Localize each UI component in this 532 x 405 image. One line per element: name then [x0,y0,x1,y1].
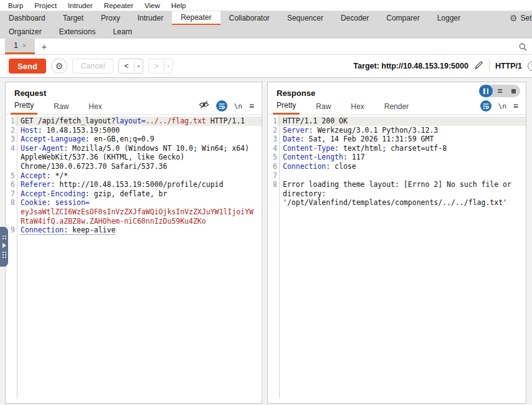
menu-item-view[interactable]: View [139,2,166,9]
request-title: Request [6,82,262,98]
code-line: '/opt/Valenfind/templates/components/../… [268,198,526,207]
add-tab-button[interactable]: + [35,39,54,54]
grip-dots [2,235,7,240]
menu-item-intruder[interactable]: Intruder [62,2,98,9]
tab-dashboard[interactable]: Dashboard [0,11,54,25]
gear-icon: ⚙ [510,14,518,22]
repeater-toolbar: Send ⚙ Cancel < ▼ > ▼ Target: http://10.… [0,55,532,78]
tab-sequencer[interactable]: Sequencer [278,11,332,25]
chevron-down-icon[interactable]: ▼ [135,64,143,69]
line-number [6,162,15,171]
line-number: 6 [268,162,277,171]
eye-hidden-icon[interactable] [199,100,209,112]
code-line: 3Accept-Language: en-GB,en;q=0.9 [6,135,262,144]
response-tab-raw[interactable]: Raw [312,100,335,114]
code-line: 8Error loading theme layout: [Errno 2] N… [268,180,526,189]
menu-item-help[interactable]: Help [166,2,192,9]
code-line: 7Accept-Encoding: gzip, deflate, br [6,189,262,199]
request-tab-raw[interactable]: Raw [50,100,72,114]
response-editor[interactable]: 1HTTP/1.1 200 OK2Server: Werkzeug/3.0.1 … [268,115,526,399]
code-line: Chrome/130.0.6723.70 Safari/537.36 [6,162,262,171]
inspector-handle[interactable] [0,227,8,267]
line-text: Chrome/130.0.6723.70 Safari/537.36 [15,162,262,171]
tab-logger[interactable]: Logger [429,11,469,25]
menu-icon[interactable]: ≡ [513,101,518,111]
divider [489,60,490,72]
line-number: 8 [268,180,277,189]
menu-item-project[interactable]: Project [29,2,62,9]
word-wrap-icon[interactable] [480,100,492,112]
search-icon[interactable] [519,42,527,54]
word-wrap-icon[interactable] [216,100,227,112]
line-text: User-Agent: Mozilla/5.0 (Windows NT 10.0… [15,144,262,153]
layout-columns-button[interactable] [479,85,493,97]
tab-extensions[interactable]: Extensions [50,25,105,39]
tab-settings[interactable]: ⚙ Settings [510,11,532,25]
tab-intruder[interactable]: Intruder [129,11,172,25]
line-text: GET /api/fetch_layout?layout=../../flag.… [15,117,262,126]
back-arrow: < [119,62,134,70]
newline-icon[interactable]: \n [234,102,242,110]
code-line: 2Server: Werkzeug/3.0.1 Python/3.12.3 [268,126,526,135]
session-tab-row: 1 × + [0,39,532,55]
forward-arrow: > [149,62,164,70]
send-button[interactable]: Send [9,59,46,74]
code-line: directory: [268,189,526,199]
tab-row-2: OrganizerExtensionsLearn [0,25,532,39]
request-tab-hex[interactable]: Hex [85,100,105,114]
layout-rows-button[interactable] [493,85,506,97]
line-text: Accept-Encoding: gzip, deflate, br [15,189,262,199]
line-number: 6 [6,180,15,189]
tab-repeater[interactable]: Repeater [172,11,220,25]
tab-decoder[interactable]: Decoder [332,11,378,25]
pause-bar [483,88,485,94]
back-button[interactable]: < ▼ [118,59,143,74]
response-tab-render[interactable]: Render [381,100,412,114]
line-text: HTTP/1.1 200 OK [277,117,526,126]
line-number: 5 [268,153,277,162]
tab-collaborator[interactable]: Collaborator [221,11,278,25]
grip-dots [2,251,7,259]
response-panel: Response PrettyRawHexRender \n ≡ 1HTTP/1… [267,82,526,404]
send-settings-button[interactable]: ⚙ [51,59,67,74]
tab-comparer[interactable]: Comparer [378,11,428,25]
newline-icon[interactable]: \n [498,102,506,110]
code-line: RtaW4ifQ.aZBZ8w.ZAHOhem-niC60nnIzDu59Ku4… [6,217,262,226]
code-line: 6Referer: http://10.48.153.19:5000/profi… [6,180,262,189]
line-text: '/opt/Valenfind/templates/components/../… [277,198,526,207]
tab-organizer[interactable]: Organizer [0,25,50,39]
help-icon[interactable]: ? [528,61,532,71]
line-number: 2 [268,126,277,135]
request-editor[interactable]: 1GET /api/fetch_layout?layout=../../flag… [6,115,262,399]
line-text: Accept: */* [15,171,262,181]
code-line: eyJsaWtlZCI6WzEsOF0sInVzZXJfaWQiOjksInVz… [6,207,262,217]
tab-learn[interactable]: Learn [104,25,141,39]
tab-proxy[interactable]: Proxy [92,11,129,25]
line-text: Error loading theme layout: [Errno 2] No… [277,180,526,189]
session-tab-1[interactable]: 1 × [5,39,35,54]
tab-target[interactable]: Target [54,11,92,25]
code-line: 1HTTP/1.1 200 OK [268,117,526,126]
line-number: 1 [268,117,277,126]
response-tab-hex[interactable]: Hex [347,100,368,114]
line-text [277,171,526,181]
line-number [268,198,277,207]
menu-item-repeater[interactable]: Repeater [98,2,139,9]
line-text: Host: 10.48.153.19:5000 [15,126,262,135]
code-line: 7 [268,171,526,181]
gear-icon: ⚙ [55,62,64,70]
target-url-label: Target: http://10.48.153.19:5000 [353,62,468,70]
forward-button[interactable]: > ▼ [148,59,173,74]
session-tab-label: 1 [14,41,18,50]
line-number [6,153,15,162]
cancel-button[interactable]: Cancel [72,59,113,74]
menu-item-burp[interactable]: Burp [2,2,29,9]
edit-target-icon[interactable] [474,60,483,72]
close-icon[interactable]: × [22,42,26,49]
menu-icon[interactable]: ≡ [249,101,254,111]
response-tab-pretty[interactable]: Pretty [273,99,300,115]
code-line: 4Content-Type: text/html; charset=utf-8 [268,144,526,153]
http-version-label[interactable]: HTTP/1 [495,62,522,70]
request-tab-pretty[interactable]: Pretty [11,99,37,115]
layout-single-button[interactable] [506,85,520,97]
